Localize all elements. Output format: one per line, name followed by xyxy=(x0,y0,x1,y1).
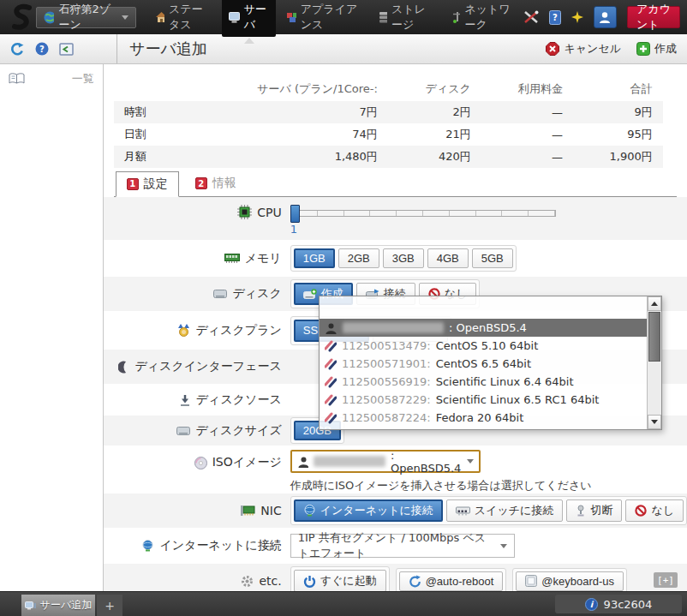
cancel-button[interactable]: キャンセル xyxy=(546,41,621,57)
iso-dropdown-item[interactable]: 112500587229: Scientific Linux 6.5 RC1 6… xyxy=(320,391,647,409)
iso-dropdown-item[interactable]: 112500571901: CentOS 6.5 64bit xyxy=(320,355,647,373)
nav-item-status[interactable]: ステータス xyxy=(148,0,218,37)
boot-now-button[interactable]: すぐに起動 xyxy=(294,570,386,592)
nic-option-internet[interactable]: インターネットに接続 xyxy=(294,499,443,522)
revision-chip: i 93c2604 xyxy=(555,595,682,613)
account-label: アカウント xyxy=(636,2,671,33)
auto-reboot-group: @auto-reboot xyxy=(396,568,507,595)
keyboard-us-button[interactable]: @keyboard-us xyxy=(516,571,624,591)
iso-item-id: 112500587224: xyxy=(342,411,431,424)
toolbar-actions: キャンセル 作成 xyxy=(546,41,677,57)
iso-dropdown-item[interactable]: 112500587224: Fedora 20 64bit xyxy=(320,409,647,427)
iso-ribbon-icon xyxy=(325,376,337,388)
row-label: 日割 xyxy=(114,123,189,146)
cpu-slider-handle[interactable] xyxy=(290,205,300,223)
tab-label: 設定 xyxy=(144,176,168,192)
cpu-slider[interactable]: 1 xyxy=(290,210,556,236)
nav-item-storage[interactable]: ストレージ xyxy=(371,0,441,37)
auto-reboot-button[interactable]: @auto-reboot xyxy=(399,571,504,591)
row-label: 時割 xyxy=(114,101,189,123)
gear-icon xyxy=(241,575,254,588)
nic-option-none[interactable]: なし xyxy=(625,499,684,522)
new-tab-button[interactable]: + xyxy=(97,595,122,616)
account-button[interactable]: アカウント xyxy=(627,6,680,28)
refresh-icon[interactable] xyxy=(10,42,25,57)
globe-icon xyxy=(44,11,54,24)
cell-disk: 2円 xyxy=(388,101,481,123)
home-icon xyxy=(155,11,164,23)
monitor-icon xyxy=(25,601,36,610)
iso-item-name: Fedora 20 64bit xyxy=(436,411,524,424)
dropdown-scrollbar[interactable] xyxy=(647,296,661,429)
cpu-value: 1 xyxy=(290,223,556,236)
iso-item-name: CentOS 5.10 64bit xyxy=(436,339,539,352)
person-icon xyxy=(325,322,338,334)
user-button[interactable] xyxy=(594,6,617,28)
statusbar: サーバ追加 + i 93c2604 xyxy=(0,591,687,616)
scroll-up-button[interactable] xyxy=(648,296,661,311)
iso-dropdown-item[interactable]: 112500512429: FreeBSD 9.1 RELEASE 64bit xyxy=(320,427,647,429)
antenna-icon xyxy=(451,11,461,23)
etc-option-label: @auto-reboot xyxy=(426,575,494,588)
iso-dropdown-item[interactable]: 112500513479: CentOS 5.10 64bit xyxy=(320,337,647,355)
iso-item-id: 112500513479: xyxy=(342,339,431,352)
navbar-right: ? アカウント xyxy=(523,6,680,28)
cpu-slider-track[interactable] xyxy=(290,210,556,217)
iso-item-name: Scientific Linux 6.4 64bit xyxy=(436,375,574,388)
form-row-internet: インターネットに接続 1IP 共有セグメント / 100Mbps ベストエフォー… xyxy=(104,528,687,564)
globe-monitor-icon xyxy=(141,540,154,553)
cell-server: 7円 xyxy=(189,101,388,123)
nav-item-network[interactable]: ネットワーク xyxy=(445,0,523,37)
iso-select[interactable]: : OpenBSD5.4 xyxy=(290,450,481,473)
iso-note: 作成時にISOイメージを挿入させる場合は選択してください xyxy=(290,478,592,493)
nav-item-appliance[interactable]: アプライアンス xyxy=(279,0,367,37)
cancel-icon xyxy=(546,42,559,56)
zone-label: 石狩第2ゾーン xyxy=(59,2,116,33)
memory-option-5gb[interactable]: 5GB xyxy=(472,248,513,268)
sidebar-item-list[interactable]: 一覧 xyxy=(72,71,94,87)
iso-dropdown-item[interactable]: 112500556919: Scientific Linux 6.4 64bit xyxy=(320,373,647,391)
nic-option-label: インターネットに接続 xyxy=(320,503,433,518)
iso-selected-text: : OpenBSD5.4 xyxy=(391,449,462,475)
iso-item-id: 112500571901: xyxy=(342,357,431,370)
popout-window-icon[interactable] xyxy=(59,43,74,56)
cell-usage: — xyxy=(481,146,573,168)
expand-toggle[interactable]: [+] xyxy=(654,572,678,588)
memory-option-1gb[interactable]: 1GB xyxy=(294,248,335,268)
person-icon xyxy=(598,11,612,23)
memory-option-2gb[interactable]: 2GB xyxy=(338,248,379,268)
tab-badge: 1 xyxy=(127,178,139,190)
etc-option-label: すぐに起動 xyxy=(320,573,377,589)
scrollbar-track[interactable] xyxy=(648,362,661,415)
statusbar-tab-server-add[interactable]: サーバ追加 xyxy=(21,595,95,616)
help-book-icon[interactable]: ? xyxy=(549,10,561,25)
nic-option-label: スイッチに接続 xyxy=(475,503,554,518)
toolbar-left: ? xyxy=(0,34,117,63)
memory-option-4gb[interactable]: 4GB xyxy=(427,248,469,268)
nic-option-disconnect[interactable]: 切断 xyxy=(566,499,622,522)
etc-label-group: etc. xyxy=(104,574,290,588)
scroll-down-button[interactable] xyxy=(648,415,661,429)
book-icon xyxy=(9,73,25,85)
tab-settings[interactable]: 1 設定 xyxy=(116,171,179,197)
nav-item-server[interactable]: サーバ xyxy=(222,0,276,37)
download-icon xyxy=(179,394,191,406)
iso-ribbon-icon xyxy=(325,358,337,370)
sparkle-icon[interactable] xyxy=(571,11,583,23)
switch-icon xyxy=(456,505,470,516)
internet-segment-select[interactable]: 1IP 共有セグメント / 100Mbps ベストエフォート xyxy=(290,534,515,558)
create-button[interactable]: 作成 xyxy=(636,41,677,57)
zone-select[interactable]: 石狩第2ゾーン xyxy=(36,7,136,28)
tools-icon[interactable] xyxy=(523,10,539,24)
help-icon[interactable]: ? xyxy=(35,42,49,56)
iso-dropdown-item[interactable]: : OpenBSD5.4 xyxy=(320,319,647,337)
disk-interface-label-group: ディスクインターフェース xyxy=(104,359,290,374)
iso-item-name: Scientific Linux 6.5 RC1 64bit xyxy=(436,393,600,406)
pci-card-icon xyxy=(240,505,255,517)
triangle-up-icon xyxy=(651,302,658,306)
scrollbar-thumb[interactable] xyxy=(648,312,660,362)
col-total: 合計 xyxy=(573,77,663,101)
memory-option-3gb[interactable]: 3GB xyxy=(383,248,424,268)
tab-info[interactable]: 2 情報 xyxy=(184,171,248,196)
nic-option-switch[interactable]: スイッチに接続 xyxy=(446,499,564,522)
